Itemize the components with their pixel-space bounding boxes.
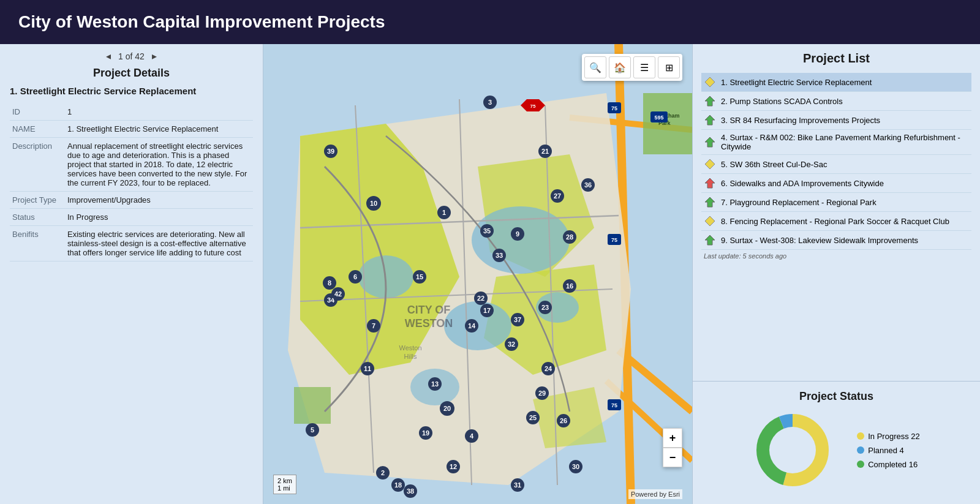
svg-text:75: 75: [611, 237, 617, 243]
project-type-icon: [704, 114, 716, 126]
map-svg: Markham Park 75 75 595 75: [263, 44, 692, 504]
project-list-item[interactable]: 7. Playground Replacement - Regional Par…: [701, 193, 971, 212]
project-list-item-name: 9. Surtax - West-308: Lakeview Sidewalk …: [721, 236, 918, 245]
project-list-item[interactable]: 1. Streetlight Electric Service Replacem…: [701, 73, 971, 92]
project-list-item[interactable]: 9. Surtax - West-308: Lakeview Sidewalk …: [701, 231, 971, 250]
project-list-item[interactable]: 6. Sidewalks and ADA Improvements Citywi…: [701, 174, 971, 193]
svg-text:17: 17: [483, 307, 491, 314]
scale-km: 2 km: [277, 477, 292, 484]
detail-row: NAME1. Streetlight Electric Service Repl…: [10, 121, 253, 138]
project-list-item[interactable]: 5. SW 36th Street Cul-De-Sac: [701, 155, 971, 174]
nav-bar: ◂ 1 of 42 ▸: [10, 50, 253, 62]
project-type-icon: [704, 215, 716, 227]
svg-text:33: 33: [496, 252, 503, 259]
svg-rect-9: [294, 387, 331, 424]
left-panel: ◂ 1 of 42 ▸ Project Details 1. Streetlig…: [0, 44, 263, 504]
detail-value: 1: [65, 103, 253, 121]
list-map-button[interactable]: ☰: [633, 56, 655, 78]
svg-text:15: 15: [416, 273, 423, 280]
svg-text:39: 39: [327, 148, 334, 155]
svg-text:22: 22: [477, 295, 484, 302]
svg-text:24: 24: [545, 365, 552, 372]
detail-row: Project TypeImprovement/Upgrades: [10, 192, 253, 209]
svg-text:26: 26: [560, 417, 567, 424]
detail-label: Project Type: [10, 192, 65, 209]
status-legend-item: In Progress 22: [857, 432, 920, 441]
status-legend-item: Completed 16: [857, 460, 920, 469]
project-list-item-name: 8. Fencing Replacement - Regional Park S…: [721, 217, 949, 226]
svg-text:29: 29: [538, 389, 546, 397]
project-type-icon: [704, 76, 716, 88]
project-list-item[interactable]: 2. Pump Stations SCADA Controls: [701, 92, 971, 111]
svg-marker-107: [705, 159, 715, 169]
svg-text:35: 35: [483, 227, 491, 235]
project-name-heading: 1. Streetlight Electric Service Replacem…: [10, 86, 253, 96]
nav-prev-button[interactable]: ◂: [106, 50, 111, 62]
detail-row: BenifitsExisting electric services are d…: [10, 226, 253, 261]
grid-map-button[interactable]: ⊞: [658, 56, 680, 78]
status-label: Planned 4: [868, 446, 904, 455]
status-color-dot: [857, 446, 864, 454]
svg-text:20: 20: [443, 405, 451, 412]
project-type-icon: [704, 177, 716, 189]
detail-label: Benifits: [10, 226, 65, 261]
svg-text:5: 5: [311, 426, 314, 434]
svg-text:38: 38: [407, 487, 414, 495]
project-list-item[interactable]: 3. SR 84 Resurfacing Improvements Projec…: [701, 111, 971, 130]
svg-text:42: 42: [334, 290, 342, 298]
svg-text:10: 10: [370, 200, 377, 207]
svg-marker-108: [705, 178, 715, 188]
svg-marker-105: [705, 115, 715, 125]
svg-text:WESTON: WESTON: [405, 317, 453, 329]
svg-text:14: 14: [468, 322, 476, 329]
detail-table: ID1NAME1. Streetlight Electric Service R…: [10, 103, 253, 261]
svg-text:3: 3: [488, 99, 492, 106]
zoom-in-button[interactable]: +: [663, 428, 682, 448]
svg-text:2: 2: [381, 469, 385, 476]
status-legend-item: Planned 4: [857, 446, 920, 455]
scale-mi: 1 mi: [277, 484, 292, 492]
search-map-button[interactable]: 🔍: [584, 56, 606, 78]
svg-text:19: 19: [422, 429, 429, 437]
project-list-item-name: 2. Pump Stations SCADA Controls: [721, 97, 843, 106]
svg-marker-109: [705, 197, 715, 207]
svg-text:75: 75: [611, 105, 617, 111]
status-label: Completed 16: [868, 460, 918, 469]
detail-label: ID: [10, 103, 65, 121]
project-list-title: Project List: [701, 51, 971, 66]
last-update: Last update: 5 seconds ago: [701, 250, 971, 262]
detail-label: Description: [10, 138, 65, 192]
svg-point-1: [472, 206, 570, 274]
svg-text:18: 18: [394, 481, 402, 489]
svg-text:8: 8: [328, 279, 331, 287]
svg-marker-111: [705, 235, 715, 245]
svg-text:4: 4: [470, 432, 474, 440]
svg-text:7: 7: [372, 322, 375, 329]
project-list-item-name: 4. Surtax - R&M 002: Bike Lane Pavement …: [721, 133, 969, 151]
status-donut-chart: [753, 410, 832, 490]
project-list-items: 1. Streetlight Electric Service Replacem…: [701, 73, 971, 250]
project-type-icon: [704, 158, 716, 170]
svg-text:CITY OF: CITY OF: [407, 304, 451, 316]
nav-counter: 1 of 42: [118, 51, 145, 61]
app-header: City of Weston Capital Improvement Proje…: [0, 0, 980, 44]
svg-marker-104: [705, 96, 715, 106]
svg-marker-110: [705, 216, 715, 226]
esri-credit: Powered by Esri: [628, 489, 682, 499]
svg-point-115: [769, 427, 816, 473]
right-panel: Project List 1. Streetlight Electric Ser…: [692, 44, 980, 504]
project-list-item[interactable]: 8. Fencing Replacement - Regional Park S…: [701, 212, 971, 231]
svg-text:13: 13: [431, 380, 439, 388]
svg-text:12: 12: [450, 463, 457, 470]
home-map-button[interactable]: 🏠: [609, 56, 631, 78]
status-color-dot: [857, 432, 864, 440]
zoom-out-button[interactable]: −: [663, 448, 682, 467]
svg-text:9: 9: [516, 230, 519, 238]
status-legend: In Progress 22Planned 4Completed 16: [857, 432, 920, 469]
nav-next-button[interactable]: ▸: [152, 50, 157, 62]
svg-marker-103: [705, 77, 715, 87]
project-list-item[interactable]: 4. Surtax - R&M 002: Bike Lane Pavement …: [701, 130, 971, 155]
status-chart-area: In Progress 22Planned 4Completed 16: [701, 410, 971, 490]
project-type-icon: [704, 234, 716, 246]
map-area: Markham Park 75 75 595 75: [263, 44, 692, 504]
